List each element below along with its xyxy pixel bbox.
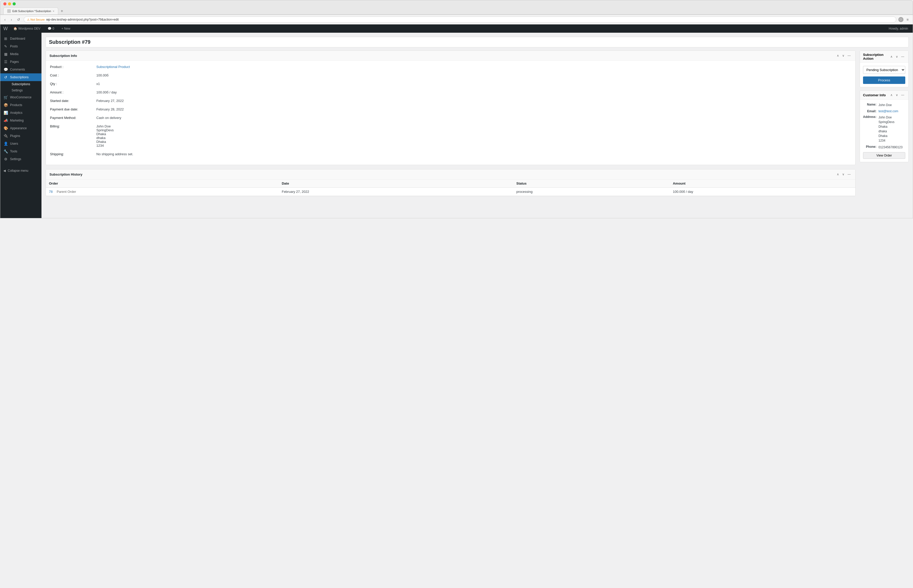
back-button[interactable]: ‹	[3, 17, 7, 22]
payment-method-value: Cash on delivery	[96, 116, 121, 120]
minimize-button[interactable]	[8, 2, 11, 5]
order-id-link[interactable]: 78	[49, 190, 53, 194]
home-link[interactable]: 🏠 Wordpress DEV	[12, 24, 42, 33]
sidebar-item-label: Dashboard	[10, 37, 25, 40]
reload-button[interactable]: ↺	[15, 17, 22, 22]
new-tab-button[interactable]: +	[59, 8, 65, 15]
shield-icon[interactable]: 🛡	[898, 17, 903, 22]
billing-label: Billing:	[50, 124, 96, 128]
shipping-value: No shipping address set.	[96, 152, 133, 156]
sidebar-item-label: Tools	[10, 150, 17, 153]
sidebar-item-products[interactable]: 📦 Products	[0, 101, 42, 109]
tools-icon: 🔧	[3, 149, 8, 153]
sidebar-item-label: Analytics	[10, 111, 23, 115]
qty-value: x1	[96, 82, 100, 86]
content-header: Subscription #79	[45, 37, 909, 47]
payment-due-date-row: Payment due date: February 28, 2022	[50, 107, 851, 111]
panel-controls: ∧ ∨ —	[836, 53, 851, 58]
new-content-link[interactable]: + New	[60, 24, 72, 33]
howdy-link[interactable]: Howdy, admin	[887, 27, 910, 31]
panel-collapse-button[interactable]: —	[847, 53, 851, 58]
history-panel-controls: ∧ ∨ —	[836, 172, 851, 177]
subscription-action-panel: Subscription Action ∧ ∨ — Pending Subscr…	[860, 50, 909, 87]
sidebar-item-woocommerce[interactable]: 🛒 WooCommerce	[0, 94, 42, 101]
sidebar-submenu-settings[interactable]: Settings	[10, 87, 42, 94]
products-icon: 📦	[3, 103, 8, 107]
action-down-button[interactable]: ∨	[895, 54, 899, 59]
sidebar-item-appearance[interactable]: 🎨 Appearance	[0, 124, 42, 132]
sidebar-item-marketing[interactable]: 📣 Marketing	[0, 116, 42, 124]
appearance-icon: 🎨	[3, 126, 8, 130]
collapse-label: Collapse menu	[8, 169, 28, 173]
wp-content: Subscription #79 Subscription Info ∧ ∨ —	[42, 33, 913, 218]
address-bar[interactable]: ⚠ Not Secure wp-dev.test/wp-admin/post.p…	[24, 16, 896, 23]
customer-up-button[interactable]: ∧	[889, 93, 894, 97]
browser-traffic-lights	[3, 2, 910, 5]
billing-row: Billing: John Doe SpringDevs Dhaka dhaka…	[50, 124, 851, 147]
panel-down-button[interactable]: ∨	[841, 53, 845, 58]
customer-collapse-button[interactable]: —	[900, 93, 905, 97]
panel-up-button[interactable]: ∧	[836, 53, 840, 58]
action-up-button[interactable]: ∧	[889, 54, 894, 59]
settings-icon: ⚙	[3, 157, 8, 161]
product-row: Product : Subscriptional Product	[50, 65, 851, 69]
customer-email-link[interactable]: test@test.com	[879, 110, 898, 113]
product-link[interactable]: Subscriptional Product	[96, 65, 130, 69]
subscriptions-submenu: Subscriptions Settings	[0, 81, 42, 94]
shipping-label: Shipping:	[50, 152, 96, 156]
sidebar-item-comments[interactable]: 💬 Comments	[0, 66, 42, 73]
subscription-info-title: Subscription Info	[49, 54, 836, 58]
wp-logo[interactable]: W	[3, 26, 8, 31]
customer-email-label: Email:	[863, 110, 879, 113]
history-up-button[interactable]: ∧	[836, 172, 840, 177]
collapse-menu-button[interactable]: ◀ Collapse menu	[0, 167, 42, 174]
customer-down-button[interactable]: ∨	[895, 93, 899, 97]
sidebar-item-label: Posts	[10, 45, 18, 48]
sidebar-item-subscriptions[interactable]: ↺ Subscriptions	[0, 73, 42, 81]
cost-value: 100.00б	[96, 73, 108, 77]
extensions-icon[interactable]: ≡	[905, 17, 910, 22]
sidebar-item-dashboard[interactable]: ⊞ Dashboard	[0, 35, 42, 42]
customer-info-header: Customer Info ∧ ∨ —	[860, 90, 908, 100]
subscription-info-body: Product : Subscriptional Product Cost : …	[46, 61, 855, 165]
subscription-history-header: Subscription History ∧ ∨ —	[46, 170, 855, 179]
history-down-button[interactable]: ∨	[841, 172, 845, 177]
forward-button[interactable]: ›	[9, 17, 14, 22]
subscription-history-title: Subscription History	[49, 173, 836, 176]
history-collapse-button[interactable]: —	[847, 172, 851, 177]
tab-close-button[interactable]: ×	[53, 10, 54, 13]
sidebar-item-tools[interactable]: 🔧 Tools	[0, 147, 42, 155]
sidebar-item-pages[interactable]: ☰ Pages	[0, 58, 42, 66]
subscription-info-panel: Subscription Info ∧ ∨ — Product : Subscr…	[45, 50, 856, 165]
analytics-icon: 📊	[3, 111, 8, 115]
browser-toolbar: ‹ › ↺ ⚠ Not Secure wp-dev.test/wp-admin/…	[0, 15, 913, 24]
sidebar-item-plugins[interactable]: 🔌 Plugins	[0, 132, 42, 140]
maximize-button[interactable]	[13, 2, 16, 5]
payment-due-date-label: Payment due date:	[50, 107, 96, 111]
sidebar-item-posts[interactable]: ✎ Posts	[0, 42, 42, 50]
sidebar-item-analytics[interactable]: 📊 Analytics	[0, 109, 42, 116]
view-order-button[interactable]: View Order	[863, 152, 905, 159]
right-sidebar: Subscription Action ∧ ∨ — Pending Subscr…	[860, 50, 909, 165]
started-date-label: Started date:	[50, 99, 96, 103]
close-button[interactable]	[3, 2, 6, 5]
active-tab[interactable]: Edit Subscription *Subscription ×	[3, 8, 58, 15]
browser-chrome: Edit Subscription *Subscription × +	[0, 0, 913, 15]
comments-link[interactable]: 💬 0	[46, 24, 56, 33]
sidebar-item-label: Pages	[10, 60, 19, 64]
process-button[interactable]: Process	[863, 76, 905, 84]
howdy-text: Howdy, admin	[889, 27, 908, 31]
security-warning: ⚠ Not Secure	[27, 18, 45, 21]
wp-wrapper: W 🏠 Wordpress DEV 💬 0 + New Howdy, admin…	[0, 24, 913, 218]
tab-favicon	[7, 9, 11, 13]
sidebar-submenu-subscriptions[interactable]: Subscriptions	[10, 81, 42, 87]
subscription-status-select[interactable]: Pending Subscription Active Expired Canc…	[863, 66, 905, 74]
sidebar-item-settings[interactable]: ⚙ Settings	[0, 155, 42, 163]
marketing-icon: 📣	[3, 118, 8, 123]
cost-label: Cost :	[50, 73, 96, 77]
sidebar-item-media[interactable]: ▦ Media	[0, 50, 42, 58]
home-icon: 🏠	[13, 27, 17, 31]
sidebar-item-label: Users	[10, 142, 18, 145]
sidebar-item-users[interactable]: 👤 Users	[0, 140, 42, 147]
action-collapse-button[interactable]: —	[900, 54, 905, 59]
